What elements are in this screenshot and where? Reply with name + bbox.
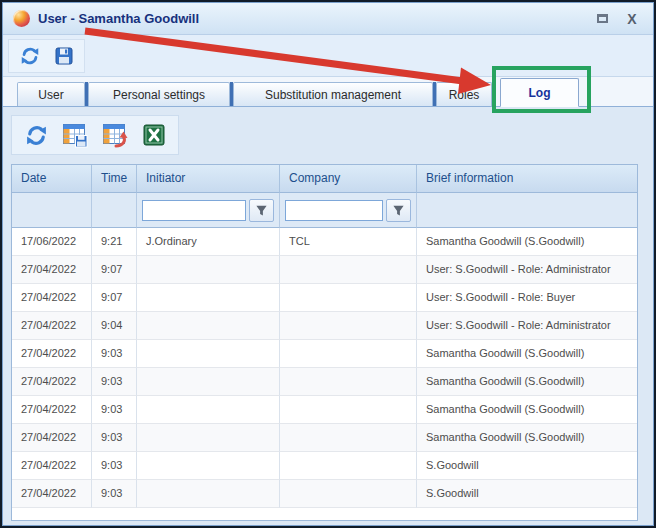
cell-date: 27/04/2022 xyxy=(12,340,92,368)
save-button[interactable] xyxy=(54,46,74,66)
company-filter-button[interactable] xyxy=(386,199,411,222)
table-row[interactable]: 27/04/2022 9:03 Samantha Goodwill (S.Goo… xyxy=(12,368,637,396)
cell-company xyxy=(280,424,417,452)
tab-user-label: User xyxy=(38,88,63,102)
table-row[interactable]: 27/04/2022 9:07 User: S.Goodwill - Role:… xyxy=(12,256,637,284)
export-table-button[interactable] xyxy=(102,122,129,149)
cell-time: 9:04 xyxy=(92,312,137,340)
tab-roles-label: Roles xyxy=(449,88,480,102)
cell-date: 27/04/2022 xyxy=(12,368,92,396)
column-header-date[interactable]: Date xyxy=(12,165,92,193)
cell-brief-information: User: S.Goodwill - Role: Administrator xyxy=(417,312,637,340)
cell-time: 9:03 xyxy=(92,424,137,452)
save-table-layout-button[interactable] xyxy=(62,122,89,149)
cell-brief-information: Samantha Goodwill (S.Goodwill) xyxy=(417,368,637,396)
cell-initiator xyxy=(137,480,280,508)
window-title: User - Samantha Goodwill xyxy=(38,11,199,26)
refresh-icon xyxy=(24,123,49,148)
cell-brief-information: Samantha Goodwill (S.Goodwill) xyxy=(417,396,637,424)
cell-time: 9:03 xyxy=(92,340,137,368)
cell-company xyxy=(280,284,417,312)
excel-export-button[interactable] xyxy=(142,123,166,147)
tab-substitution-management[interactable]: Substitution management xyxy=(233,82,433,106)
cell-date: 27/04/2022 xyxy=(12,396,92,424)
cell-brief-information: Samantha Goodwill (S.Goodwill) xyxy=(417,424,637,452)
cell-initiator xyxy=(137,340,280,368)
refresh-icon xyxy=(19,45,41,67)
cell-date: 27/04/2022 xyxy=(12,424,92,452)
cell-company xyxy=(280,480,417,508)
tab-substitution-management-label: Substitution management xyxy=(265,88,401,102)
cell-date: 27/04/2022 xyxy=(12,312,92,340)
cell-date: 27/04/2022 xyxy=(12,284,92,312)
column-header-brief-information[interactable]: Brief information xyxy=(417,165,637,193)
tab-log[interactable]: Log xyxy=(500,78,579,107)
export-table-icon xyxy=(102,122,129,149)
cell-time: 9:03 xyxy=(92,452,137,480)
save-table-layout-icon xyxy=(62,122,89,149)
cell-initiator xyxy=(137,452,280,480)
initiator-filter-input[interactable] xyxy=(142,200,246,221)
tab-bar: User Personal settings Substitution mana… xyxy=(3,77,653,107)
cell-brief-information: S.Goodwill xyxy=(417,452,637,480)
table-row[interactable]: 27/04/2022 9:03 Samantha Goodwill (S.Goo… xyxy=(12,424,637,452)
maximize-button[interactable] xyxy=(591,9,613,29)
maximize-icon xyxy=(597,14,608,23)
log-table: Date Time Initiator Company Brief inform… xyxy=(11,164,638,521)
cell-company xyxy=(280,312,417,340)
tab-log-label: Log xyxy=(529,86,551,100)
tab-personal-settings[interactable]: Personal settings xyxy=(88,82,230,106)
table-row[interactable]: 17/06/2022 9:21 J.Ordinary TCL Samantha … xyxy=(12,228,637,256)
cell-date: 27/04/2022 xyxy=(12,256,92,284)
funnel-icon xyxy=(255,204,268,217)
cell-time: 9:07 xyxy=(92,284,137,312)
table-row[interactable]: 27/04/2022 9:07 User: S.Goodwill - Role:… xyxy=(12,284,637,312)
cell-brief-information: Samantha Goodwill (S.Goodwill) xyxy=(417,340,637,368)
cell-initiator xyxy=(137,256,280,284)
cell-company xyxy=(280,368,417,396)
main-toolbar-panel xyxy=(8,39,85,73)
cell-brief-information: User: S.Goodwill - Role: Administrator xyxy=(417,256,637,284)
filter-cell-company xyxy=(280,193,417,228)
company-filter-input[interactable] xyxy=(285,200,383,221)
close-icon: X xyxy=(627,12,636,26)
cell-company xyxy=(280,340,417,368)
cell-company xyxy=(280,452,417,480)
table-row[interactable]: 27/04/2022 9:03 S.Goodwill xyxy=(12,480,637,508)
cell-initiator xyxy=(137,396,280,424)
table-row[interactable]: 27/04/2022 9:03 Samantha Goodwill (S.Goo… xyxy=(12,396,637,424)
close-button[interactable]: X xyxy=(621,9,643,29)
filter-cell-brief-information xyxy=(417,193,637,228)
cell-initiator: J.Ordinary xyxy=(137,228,280,256)
cell-date: 27/04/2022 xyxy=(12,480,92,508)
title-bar: User - Samantha Goodwill X xyxy=(3,3,653,35)
cell-time: 9:07 xyxy=(92,256,137,284)
log-tab-content: Date Time Initiator Company Brief inform… xyxy=(3,107,653,525)
cell-date: 17/06/2022 xyxy=(12,228,92,256)
table-row[interactable]: 27/04/2022 9:04 User: S.Goodwill - Role:… xyxy=(12,312,637,340)
cell-time: 9:21 xyxy=(92,228,137,256)
cell-initiator xyxy=(137,284,280,312)
cell-initiator xyxy=(137,312,280,340)
cell-brief-information: User: S.Goodwill - Role: Buyer xyxy=(417,284,637,312)
cell-brief-information: Samantha Goodwill (S.Goodwill) xyxy=(417,228,637,256)
table-row[interactable]: 27/04/2022 9:03 S.Goodwill xyxy=(12,452,637,480)
filter-cell-date xyxy=(12,193,92,228)
tab-user[interactable]: User xyxy=(17,82,85,106)
table-row[interactable]: 27/04/2022 9:03 Samantha Goodwill (S.Goo… xyxy=(12,340,637,368)
column-header-initiator[interactable]: Initiator xyxy=(137,165,280,193)
log-toolbar xyxy=(11,115,179,155)
cell-company xyxy=(280,396,417,424)
log-refresh-button[interactable] xyxy=(24,123,49,148)
tab-roles[interactable]: Roles xyxy=(436,82,492,106)
column-header-company[interactable]: Company xyxy=(280,165,417,193)
save-icon xyxy=(54,46,74,66)
column-header-time[interactable]: Time xyxy=(92,165,137,193)
main-toolbar xyxy=(3,35,653,77)
refresh-button[interactable] xyxy=(19,45,41,67)
cell-initiator xyxy=(137,424,280,452)
user-dialog-window: User - Samantha Goodwill X xyxy=(0,0,656,528)
app-sphere-icon xyxy=(13,10,30,27)
excel-export-icon xyxy=(142,123,166,147)
initiator-filter-button[interactable] xyxy=(249,199,274,222)
